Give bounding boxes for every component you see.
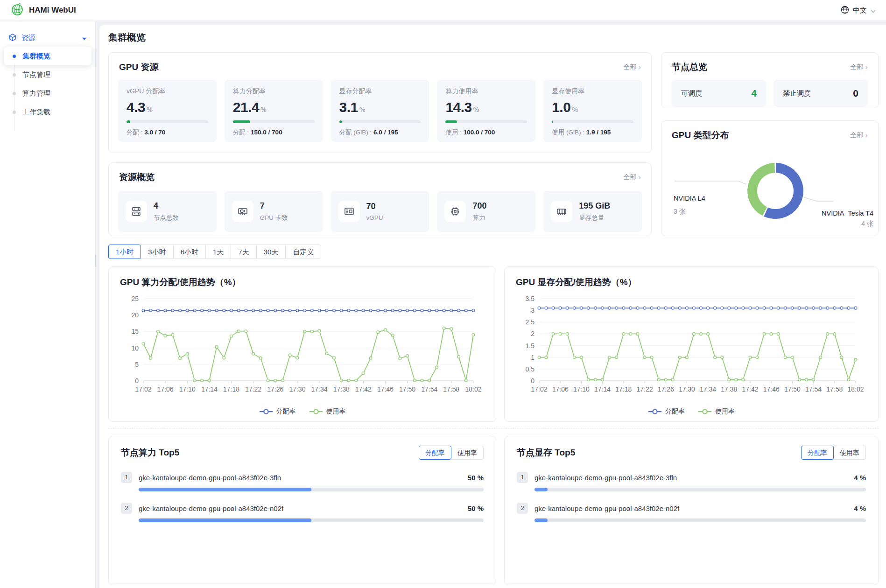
tab-1d[interactable]: 1天 — [205, 245, 231, 259]
svg-text:17:22: 17:22 — [636, 385, 653, 393]
toggle-alloc-rate[interactable]: 分配率 — [419, 446, 451, 460]
svg-text:3.5: 3.5 — [526, 295, 535, 302]
top5-row: 2 gke-kantaloupe-demo-gpu-pool-a843f02e-… — [121, 503, 484, 522]
svg-text:17:18: 17:18 — [223, 385, 239, 393]
compute-trend-card: GPU 算力分配/使用趋势（%） 051015202517:0217:0617:… — [108, 266, 496, 422]
resource-overview-view-all-link[interactable]: 全部› — [623, 173, 641, 182]
brand: HAMi WebUI — [10, 2, 76, 19]
memory-trend-chart: 00.511.522.533.517:0217:0617:1017:1417:1… — [505, 292, 878, 397]
resource-overview-title: 资源概览 — [119, 171, 155, 183]
svg-text:17:14: 17:14 — [201, 385, 218, 393]
chevron-right-icon: › — [638, 63, 641, 71]
donut-label-nvidia-l4: NVIDIA L4 — [674, 195, 705, 202]
svg-text:2.5: 2.5 — [526, 318, 535, 326]
svg-text:17:26: 17:26 — [267, 385, 283, 393]
caret-down-icon[interactable] — [82, 34, 87, 42]
schedulable-count: 4 — [751, 88, 757, 99]
top5-compute-title: 节点算力 Top5 — [121, 447, 179, 459]
timeline-dot — [13, 73, 16, 77]
gpu-resource-view-all-link[interactable]: 全部› — [623, 63, 641, 71]
svg-text:17:46: 17:46 — [377, 385, 394, 393]
sidebar-item-cluster-overview[interactable]: 集群概览 — [4, 47, 91, 65]
node-overview-title: 节点总览 — [672, 61, 707, 73]
gpu-resource-card: GPU 资源 全部› vGPU 分配率 4.3% 分配 : 3.0 / 70 算… — [108, 52, 652, 153]
chevron-down-icon — [871, 7, 876, 14]
tab-3h[interactable]: 3小时 — [141, 245, 173, 259]
rank-badge: 2 — [121, 503, 132, 514]
timeline-dot — [13, 111, 16, 114]
node-name: gke-kantaloupe-demo-gpu-pool-a843f02e-3f… — [534, 474, 847, 482]
tab-6h[interactable]: 6小时 — [173, 245, 206, 259]
toggle-usage-rate[interactable]: 使用率 — [451, 446, 484, 460]
app-title: HAMi WebUI — [29, 6, 76, 15]
unschedulable-stat: 禁止调度 0 — [773, 80, 868, 107]
sidebar-section-resources[interactable]: 资源 — [0, 31, 95, 45]
schedulable-stat: 可调度 4 — [672, 80, 766, 107]
svg-text:17:50: 17:50 — [399, 385, 415, 393]
svg-text:17:02: 17:02 — [135, 385, 151, 393]
legend-usage-rate[interactable]: 使用率 — [309, 407, 346, 416]
progress-bar — [233, 120, 315, 123]
svg-text:17:06: 17:06 — [552, 385, 569, 393]
tab-custom[interactable]: 自定义 — [285, 245, 321, 259]
sidebar-resize-handle[interactable] — [95, 255, 96, 267]
node-bar — [534, 518, 866, 522]
svg-text:17:06: 17:06 — [157, 385, 174, 393]
compute-trend-title: GPU 算力分配/使用趋势（%） — [120, 276, 241, 288]
tab-1h[interactable]: 1小时 — [108, 245, 141, 259]
node-value: 4 % — [854, 474, 866, 482]
tab-30d[interactable]: 30天 — [256, 245, 286, 259]
gpu-resource-title: GPU 资源 — [119, 61, 158, 73]
toggle-alloc-rate[interactable]: 分配率 — [801, 446, 834, 460]
compute-trend-chart: 051015202517:0217:0617:1017:1417:1817:22… — [109, 292, 496, 397]
stat-tile-compute-alloc: 算力分配率 21.4% 分配 : 150.0 / 700 — [225, 80, 323, 142]
chart-legend: 分配率 使用率 — [109, 407, 496, 416]
gpu-card-icon — [232, 201, 253, 222]
tab-7d[interactable]: 7天 — [231, 245, 256, 259]
rank-badge: 1 — [121, 472, 132, 483]
node-name: gke-kantaloupe-demo-gpu-pool-a843f02e-n0… — [139, 504, 461, 512]
legend-alloc-rate[interactable]: 分配率 — [259, 407, 296, 416]
stat-tile-memory-usage: 显存使用率 1.0% 使用 (GiB) : 1.9 / 195 — [543, 80, 642, 142]
sidebar-section-label: 资源 — [21, 34, 77, 42]
gpu-type-view-all-link[interactable]: 全部› — [850, 131, 868, 140]
memory-trend-card: GPU 显存分配/使用趋势（%） 00.511.522.533.517:0217… — [504, 266, 879, 422]
legend-usage-rate[interactable]: 使用率 — [698, 407, 735, 416]
svg-text:17:26: 17:26 — [658, 385, 674, 393]
res-tile-vgpu: 70 vGPU — [331, 191, 429, 232]
svg-text:25: 25 — [131, 295, 139, 302]
node-bar — [534, 488, 866, 491]
res-tile-compute: 700 算力 — [437, 191, 535, 232]
timeline-dot — [13, 92, 16, 95]
resource-overview-card: 资源概览 全部› 4 节点总数 — [108, 162, 652, 236]
chevron-right-icon: › — [865, 63, 868, 71]
svg-text:17:46: 17:46 — [763, 385, 780, 393]
svg-text:17:10: 17:10 — [179, 385, 196, 393]
language-selector[interactable]: 中文 — [841, 6, 876, 15]
svg-text:17:18: 17:18 — [615, 385, 632, 393]
node-overview-view-all-link[interactable]: 全部› — [850, 63, 868, 71]
sidebar-item-workload[interactable]: 工作负载 — [4, 103, 91, 121]
language-label: 中文 — [853, 6, 867, 15]
memory-trend-title: GPU 显存分配/使用趋势（%） — [516, 276, 637, 288]
top5-row: 1 gke-kantaloupe-demo-gpu-pool-a843f02e-… — [517, 472, 866, 491]
svg-text:1: 1 — [531, 354, 534, 361]
node-value: 50 % — [468, 504, 484, 512]
timeline-dot — [13, 55, 16, 58]
sidebar-item-node-management[interactable]: 节点管理 — [4, 65, 91, 84]
legend-alloc-rate[interactable]: 分配率 — [648, 407, 685, 416]
toggle-usage-rate[interactable]: 使用率 — [833, 446, 866, 460]
sidebar-item-compute-management[interactable]: 算力管理 — [4, 84, 91, 103]
svg-text:17:30: 17:30 — [289, 385, 305, 393]
vgpu-icon — [338, 201, 360, 222]
sidebar-menu: 集群概览 节点管理 算力管理 工作负载 — [0, 47, 95, 121]
svg-text:17:38: 17:38 — [721, 385, 737, 393]
gpu-type-distribution-card: GPU 类型分布 全部› NVIDIA L4 3 张 NVIDIA–Tesla … — [661, 120, 879, 236]
stat-tile-compute-usage: 算力使用率 14.3% 使用 : 100.0 / 700 — [437, 80, 535, 142]
node-name: gke-kantaloupe-demo-gpu-pool-a843f02e-n0… — [534, 504, 847, 512]
main-content: 集群概览 GPU 资源 全部› vGPU 分配率 4.3% 分配 : 3.0 /… — [99, 25, 886, 588]
stat-tile-memory-alloc: 显存分配率 3.1% 分配 (GiB) : 6.0 / 195 — [331, 80, 429, 142]
svg-text:1.5: 1.5 — [526, 342, 535, 350]
sidebar-item-label: 算力管理 — [22, 89, 50, 98]
svg-text:17:54: 17:54 — [805, 385, 822, 393]
